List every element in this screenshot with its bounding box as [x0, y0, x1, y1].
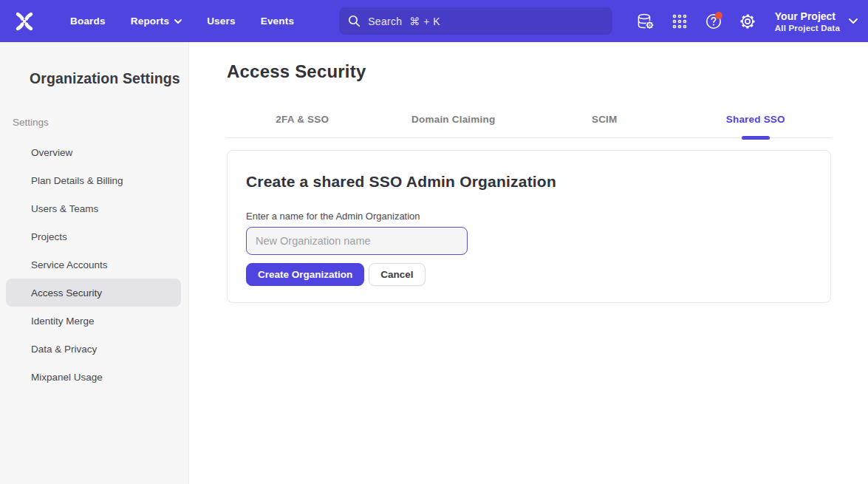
notification-dot	[715, 12, 722, 19]
sidebar-item-users-teams[interactable]: Users & Teams	[6, 194, 181, 222]
settings-gear-icon	[739, 13, 756, 30]
sidebar-item-data-privacy[interactable]: Data & Privacy	[6, 335, 181, 363]
tab-domain-claiming[interactable]: Domain Claiming	[378, 106, 530, 137]
mixpanel-logo-icon	[13, 10, 35, 33]
sidebar-item-identity-merge[interactable]: Identity Merge	[6, 307, 181, 335]
card-button-row: Create Organization Cancel	[246, 263, 812, 286]
sidebar-item-overview[interactable]: Overview	[6, 138, 181, 166]
main-content: Access Security 2FA & SSO Domain Claimin…	[189, 42, 868, 484]
sidebar-title: Organization Settings	[0, 70, 188, 87]
top-nav: Boards Reports Users Events Search ⌘ + K	[0, 0, 868, 42]
data-management-icon	[636, 13, 655, 30]
sidebar-item-access-security[interactable]: Access Security	[6, 279, 181, 307]
settings-sidebar: Organization Settings Settings Overview …	[0, 42, 189, 484]
sidebar-settings-section: Settings Overview Plan Details & Billing…	[0, 117, 188, 391]
project-name: Your Project	[775, 10, 840, 23]
nav-item-reports[interactable]: Reports	[121, 10, 191, 33]
create-sso-admin-org-card: Create a shared SSO Admin Organization E…	[227, 150, 831, 303]
mixpanel-logo[interactable]	[12, 9, 37, 34]
apps-grid-button[interactable]	[663, 7, 697, 36]
nav-item-events[interactable]: Events	[251, 10, 304, 33]
apps-grid-icon	[671, 13, 688, 30]
sidebar-item-mixpanel-usage[interactable]: Mixpanel Usage	[6, 363, 181, 391]
org-name-field-label: Enter a name for the Admin Organization	[246, 211, 812, 222]
nav-item-label: Events	[261, 16, 294, 27]
search-icon	[348, 15, 360, 27]
org-name-input[interactable]	[246, 227, 468, 255]
tab-2fa-sso[interactable]: 2FA & SSO	[227, 106, 378, 137]
card-title: Create a shared SSO Admin Organization	[246, 173, 812, 191]
global-search-input[interactable]: Search ⌘ + K	[339, 7, 612, 35]
page-title: Access Security	[227, 61, 831, 82]
sidebar-section-label: Settings	[0, 117, 188, 128]
tab-shared-sso[interactable]: Shared SSO	[680, 106, 832, 137]
data-management-button[interactable]	[629, 7, 663, 36]
project-subtitle: All Project Data	[775, 23, 840, 33]
sidebar-item-service-accounts[interactable]: Service Accounts	[6, 250, 181, 279]
sidebar-item-projects[interactable]: Projects	[6, 222, 181, 250]
tab-scim[interactable]: SCIM	[529, 106, 680, 137]
sidebar-item-plan-details-billing[interactable]: Plan Details & Billing	[6, 166, 181, 194]
search-placeholder: Search	[368, 16, 402, 27]
nav-links: Boards Reports Users Events	[61, 10, 304, 33]
tab-bar: 2FA & SSO Domain Claiming SCIM Shared SS…	[227, 106, 831, 138]
project-switcher[interactable]: Your Project All Project Data	[775, 10, 858, 33]
chevron-down-icon	[849, 18, 858, 24]
cancel-button[interactable]: Cancel	[369, 263, 425, 286]
nav-item-label: Reports	[131, 16, 169, 27]
nav-right-actions: Your Project All Project Data	[629, 7, 858, 36]
help-button[interactable]	[697, 7, 731, 36]
create-organization-button[interactable]: Create Organization	[246, 263, 364, 286]
nav-item-users[interactable]: Users	[197, 10, 245, 33]
project-texts: Your Project All Project Data	[775, 10, 840, 33]
chevron-down-icon	[174, 19, 182, 24]
search-shortcut-hint: ⌘ + K	[409, 16, 440, 27]
settings-button[interactable]	[731, 7, 765, 36]
nav-item-boards[interactable]: Boards	[61, 10, 115, 33]
nav-item-label: Users	[207, 16, 236, 27]
page-layout: Organization Settings Settings Overview …	[0, 42, 868, 484]
nav-item-label: Boards	[70, 16, 106, 27]
